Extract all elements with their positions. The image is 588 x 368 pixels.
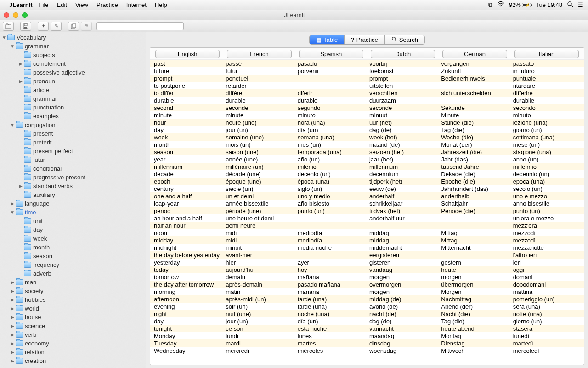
tree-node-relation[interactable]: ▶relation <box>0 348 146 356</box>
table-row[interactable]: half an hourdemi heuremezz'ora <box>150 222 584 229</box>
disclosure-triangle-icon[interactable]: ▶ <box>10 280 15 285</box>
table-row[interactable]: todayaujourd'huihoyvandaagheuteoggi <box>150 266 584 273</box>
table-row[interactable]: to postponeretarderuitstellenritardare <box>150 82 584 89</box>
spotlight-icon[interactable] <box>567 1 573 9</box>
tree-node-conjugation[interactable]: ▼conjugation <box>0 121 146 129</box>
table-row[interactable]: dayjour (un)día (un)dag (de)Tag (die)gio… <box>150 126 584 133</box>
tree-node-present-perfect[interactable]: present perfect <box>0 147 146 155</box>
disclosure-triangle-icon[interactable]: ▶ <box>10 288 15 293</box>
tree-node-possesive-adjective[interactable]: possesive adjective <box>0 68 146 77</box>
table-row[interactable]: monthmois (un)mes (un)maand (de)Monat (d… <box>150 141 584 148</box>
table-row[interactable]: futurefuturporvenirtoekomstZukunftin fut… <box>150 67 584 75</box>
tree-node-Vocabulary[interactable]: ▼Vocabulary <box>0 33 146 42</box>
disclosure-triangle-icon[interactable]: ▶ <box>18 184 23 189</box>
tree-node-day[interactable]: day <box>0 225 146 234</box>
table-row[interactable]: afternoonaprès-midi (un)tarde (una)midda… <box>150 295 584 303</box>
tree-node-verb[interactable]: ▶verb <box>0 330 146 339</box>
tree-node-world[interactable]: ▶world <box>0 304 146 313</box>
table-row[interactable]: hourheure (une)hora (una)uur (het)Stunde… <box>150 119 584 126</box>
close-window-button[interactable] <box>4 12 9 18</box>
table-row[interactable]: yearannée (une)año (un)jaar (het)Jahr (d… <box>150 155 584 163</box>
toolbar-copy-button[interactable] <box>68 22 79 31</box>
table-row[interactable]: tonightce soiresta nochevannachtheute ab… <box>150 325 584 332</box>
tab-search[interactable]: Search <box>385 35 424 44</box>
disclosure-triangle-icon[interactable]: ▶ <box>10 297 15 302</box>
tree-node-month[interactable]: month <box>0 243 146 252</box>
tree-node-hobbies[interactable]: ▶hobbies <box>0 295 146 304</box>
tree-node-grammar[interactable]: grammar <box>0 94 146 103</box>
toolbar-settings-button[interactable]: ✦ <box>38 22 49 31</box>
table-row[interactable]: WednesdaymercredimiércoleswoensdagMittwo… <box>150 347 584 354</box>
clock[interactable]: Tue 19:48 <box>536 1 562 8</box>
tree-node-economy[interactable]: ▶economy <box>0 339 146 348</box>
battery-indicator[interactable]: 92% ⚡ <box>509 1 531 8</box>
table-body[interactable]: pastpassépasadovoorbijvergangenpassatofu… <box>150 60 584 365</box>
table-row[interactable]: decadedécade (une)decenio (un)decenniumD… <box>150 170 584 178</box>
table-row[interactable]: periodpériode (une)punto (un)tijdvak (he… <box>150 207 584 214</box>
disclosure-triangle-icon[interactable]: ▶ <box>10 306 15 311</box>
column-header-dutch[interactable]: Dutch <box>371 50 435 58</box>
column-header-spanish[interactable]: Spanish <box>299 50 363 58</box>
table-row[interactable]: noonmidimediodíamiddagMittagmezzodì <box>150 229 584 236</box>
table-row[interactable]: eveningsoir (un)tarde (una)avond (de)Abe… <box>150 303 584 310</box>
tree-node-progressive-present[interactable]: progressive present <box>0 173 146 182</box>
table-row[interactable]: minuteminuteminutominuutMinuteminuto <box>150 111 584 119</box>
tree-node-pronoun[interactable]: ▶pronoun <box>0 77 146 86</box>
table-row[interactable]: tomorrowdemainmañanamorgenmorgendomani <box>150 273 584 281</box>
disclosure-triangle-icon[interactable]: ▼ <box>10 122 15 127</box>
zoom-window-button[interactable] <box>22 12 28 18</box>
wifi-icon[interactable] <box>497 1 504 8</box>
table-row[interactable]: weeksemaine (une)semana (una)week (het)W… <box>150 133 584 141</box>
tree-node-auxiliary[interactable]: auxiliary <box>0 190 146 199</box>
disclosure-triangle-icon[interactable]: ▶ <box>10 358 15 363</box>
column-header-italian[interactable]: Italian <box>514 50 579 58</box>
table-row[interactable]: pastpassépasadovoorbijvergangenpassato <box>150 60 584 67</box>
menu-help[interactable]: Help <box>155 1 167 8</box>
tab-practice[interactable]: ? Practice <box>345 35 385 44</box>
disclosure-triangle-icon[interactable]: ▶ <box>10 341 15 346</box>
column-header-german[interactable]: German <box>442 50 507 58</box>
tree-node-season[interactable]: season <box>0 252 146 260</box>
table-row[interactable]: yesterdayhierayergisterengesternieri <box>150 259 584 266</box>
disclosure-triangle-icon[interactable]: ▶ <box>10 350 15 355</box>
dropbox-icon[interactable]: ⧉ <box>488 1 492 9</box>
table-row[interactable]: the day after tomorrowaprès-demainpasado… <box>150 281 584 288</box>
app-menu[interactable]: JLearnIt <box>9 1 33 8</box>
toolbar-wizard-button[interactable]: ✎ <box>51 22 62 31</box>
table-row[interactable]: midnightminuitmedia nochemiddernachtMitt… <box>150 244 584 251</box>
disclosure-triangle-icon[interactable]: ▼ <box>10 44 15 49</box>
tree-node-unit[interactable]: unit <box>0 217 146 225</box>
column-header-english[interactable]: English <box>155 50 220 58</box>
tree-node-complement[interactable]: ▶complement <box>0 59 146 68</box>
tree-node-house[interactable]: ▶house <box>0 313 146 322</box>
tree-node-conditional[interactable]: conditional <box>0 164 146 173</box>
table-row[interactable]: an hour and a halfune heure et demiander… <box>150 214 584 222</box>
table-row[interactable]: TuesdaymardimartesdinsdagDienstagmartedì <box>150 339 584 347</box>
table-row[interactable]: millenniummillénaire (un)mileniomillenni… <box>150 163 584 170</box>
tree-node-subjects[interactable]: subjects <box>0 51 146 59</box>
tree-node-standard-verbs[interactable]: ▶standard verbs <box>0 182 146 190</box>
menu-file[interactable]: File <box>39 1 49 8</box>
disclosure-triangle-icon[interactable]: ▶ <box>18 61 23 66</box>
menu-practice[interactable]: Practice <box>96 1 118 8</box>
table-row[interactable]: leap-yearannée bissextileaño bisiestosch… <box>150 200 584 207</box>
toolbar-search-input[interactable] <box>96 22 184 30</box>
tree-node-punctuation[interactable]: punctuation <box>0 103 146 112</box>
tree-node-preterit[interactable]: preterit <box>0 138 146 147</box>
table-row[interactable]: dayjour (un)día (un)dag (de)Tag (die)gio… <box>150 317 584 325</box>
tree-node-frequency[interactable]: frequency <box>0 260 146 269</box>
column-header-french[interactable]: French <box>227 50 291 58</box>
table-row[interactable]: morningmatinmañanamorgenMorgenmattina <box>150 288 584 295</box>
table-row[interactable]: centurysiècle (un)siglo (un)eeuw (de)Jah… <box>150 185 584 192</box>
tree-node-man[interactable]: ▶man <box>0 278 146 287</box>
tree-node-adverb[interactable]: adverb <box>0 269 146 278</box>
notification-center-icon[interactable]: ☰ <box>578 1 583 8</box>
table-row[interactable]: to differdifférerdiferirverschillensich … <box>150 89 584 97</box>
tree-node-article[interactable]: article <box>0 86 146 94</box>
disclosure-triangle-icon[interactable]: ▼ <box>2 35 6 40</box>
tree-node-examples[interactable]: examples <box>0 112 146 121</box>
minimize-window-button[interactable] <box>13 12 18 18</box>
tree-node-week[interactable]: week <box>0 234 146 243</box>
table-row[interactable]: seasonsaison (une)temporada (una)seizoen… <box>150 148 584 155</box>
disclosure-triangle-icon[interactable]: ▶ <box>18 79 23 84</box>
